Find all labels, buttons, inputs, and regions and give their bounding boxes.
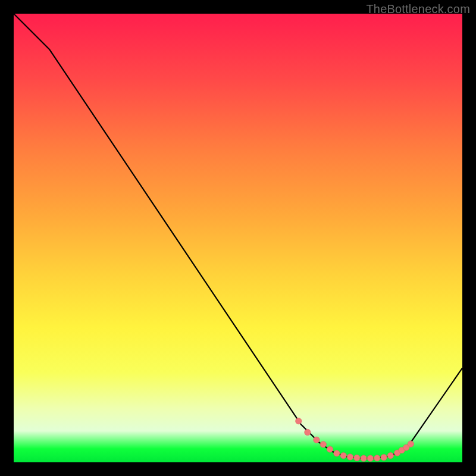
highlight-dot [374, 455, 380, 461]
chart-highlight-dots [296, 418, 414, 461]
chart-svg [14, 14, 462, 462]
highlight-dot [347, 454, 353, 460]
highlight-dot [367, 455, 373, 461]
highlight-dot [381, 455, 387, 461]
chart-plot-area [14, 14, 462, 462]
highlight-dot [305, 429, 311, 435]
watermark-text: TheBottleneck.com [366, 2, 470, 16]
highlight-dot [314, 437, 320, 443]
curve-path [14, 14, 462, 458]
highlight-dot [296, 418, 302, 424]
highlight-dot [327, 446, 333, 452]
highlight-dot [334, 450, 340, 456]
highlight-dot [408, 441, 414, 447]
highlight-dot [387, 452, 393, 458]
highlight-dot [361, 455, 367, 461]
highlight-dot [320, 441, 326, 447]
highlight-dot [354, 455, 360, 461]
chart-line-series [14, 14, 462, 458]
highlight-dot [340, 452, 346, 458]
